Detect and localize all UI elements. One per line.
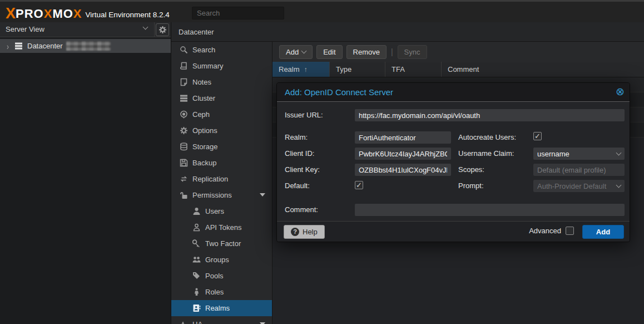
version-subtitle: Virtual Environment 8.2.4 [86, 11, 170, 19]
gear-icon [158, 26, 167, 34]
add-button[interactable]: Add [279, 45, 313, 59]
sync-button-label: Sync [404, 48, 420, 56]
global-search-input[interactable] [192, 7, 284, 19]
advanced-toggle: Advanced [529, 227, 574, 235]
column-header-type[interactable]: Type [330, 62, 385, 77]
sidebar-item-pools[interactable]: Pools [171, 268, 272, 284]
issuer-url-input[interactable] [355, 109, 625, 121]
add-openid-dialog: Add: OpenID Connect Server ⊗ Issuer URL:… [276, 82, 630, 242]
realms-toolbar: Add Edit Remove | Sync [273, 42, 644, 62]
autocreate-users-label: Autocreate Users: [458, 133, 516, 141]
sidebar-item-ha[interactable]: HA [171, 316, 272, 324]
view-selector-label: Server View [6, 25, 44, 33]
comment-label: Comment: [285, 205, 318, 214]
sidebar-item-storage[interactable]: Storage [171, 139, 272, 155]
sidebar-item-two-factor[interactable]: Two Factor [171, 235, 272, 252]
replication-icon [179, 175, 188, 183]
sidebar-item-backup[interactable]: Backup [171, 155, 272, 171]
advanced-label: Advanced [529, 227, 561, 235]
tags-icon [192, 272, 201, 280]
view-selector-dropdown[interactable]: Server View [0, 22, 155, 37]
sidebar-item-label: HA [192, 320, 202, 324]
sidebar-item-users[interactable]: Users [171, 203, 272, 219]
username-claim-label: Username Claim: [458, 149, 514, 158]
tree-settings-button[interactable] [156, 23, 169, 36]
column-header-realm[interactable]: Realm↑ [273, 62, 330, 77]
scopes-input[interactable] [533, 164, 625, 176]
comment-input[interactable] [355, 204, 625, 216]
top-bar: X PROXMOX Virtual Environment 8.2.4 [0, 0, 644, 22]
default-checkbox[interactable]: ✓ [355, 181, 363, 189]
note-icon [179, 78, 188, 86]
client-id-label: Client ID: [285, 149, 314, 158]
column-header-tfa[interactable]: TFA [385, 62, 442, 77]
client-id-input[interactable] [355, 148, 451, 160]
realm-label: Realm: [285, 133, 308, 141]
gear-icon [179, 126, 188, 135]
username-claim-value: username [537, 150, 617, 158]
search-icon [179, 46, 188, 54]
sidebar-item-permissions[interactable]: Permissions [171, 187, 272, 203]
ceph-icon [179, 110, 188, 119]
sidebar-item-notes[interactable]: Notes [171, 74, 272, 90]
chevron-down-icon [616, 150, 622, 155]
remove-button[interactable]: Remove [346, 45, 387, 59]
sort-asc-icon: ↑ [304, 66, 308, 73]
edit-button-label: Edit [323, 48, 335, 56]
add-button-label: Add [286, 48, 299, 56]
client-key-input[interactable] [355, 164, 451, 176]
sidebar-item-summary[interactable]: Summary [171, 58, 272, 74]
autocreate-users-checkbox[interactable]: ✓ [533, 132, 542, 140]
sidebar-item-label: Backup [192, 159, 216, 167]
redacted-text [66, 41, 111, 51]
advanced-checkbox[interactable] [566, 227, 574, 235]
realms-table-header: Realm↑TypeTFAComment [273, 62, 644, 77]
sidebar-item-label: Two Factor [205, 239, 241, 248]
group-icon [192, 256, 201, 264]
tree-item-datacenter[interactable]: › Datacenter [0, 39, 171, 53]
remove-button-label: Remove [353, 48, 380, 56]
sidebar-item-label: Pools [205, 272, 224, 280]
sidebar-item-label: Roles [205, 288, 224, 296]
book-icon [179, 62, 188, 70]
resource-tree-panel: Server View › Datacenter [0, 22, 171, 324]
sidebar-item-realms[interactable]: Realms [171, 300, 272, 316]
sidebar-item-label: API Tokens [205, 223, 242, 232]
expand-caret-icon[interactable]: › [7, 41, 9, 52]
sidebar-item-ceph[interactable]: Ceph [171, 106, 272, 122]
sidebar-item-groups[interactable]: Groups [171, 252, 272, 268]
username-claim-select[interactable]: username [533, 148, 625, 160]
sidebar-item-search[interactable]: Search [171, 42, 272, 58]
question-icon: ? [291, 228, 299, 236]
floppy-icon [179, 159, 188, 167]
edit-button[interactable]: Edit [316, 45, 342, 59]
prompt-value: Auth-Provider Default [537, 182, 617, 190]
prompt-select[interactable]: Auth-Provider Default [533, 180, 625, 192]
sidebar-item-roles[interactable]: Roles [171, 284, 272, 300]
add-submit-button[interactable]: Add [582, 225, 624, 239]
sidebar-item-label: Cluster [192, 94, 215, 102]
sidebar-item-label: Groups [205, 256, 229, 264]
column-header-comment[interactable]: Comment [442, 62, 644, 77]
datacenter-nav-menu: SearchSummaryNotesClusterCephOptionsStor… [171, 42, 273, 324]
sidebar-item-replication[interactable]: Replication [171, 171, 272, 187]
sidebar-item-cluster[interactable]: Cluster [171, 90, 272, 106]
help-button[interactable]: ? Help [284, 225, 325, 239]
heartbeat-icon [179, 320, 188, 324]
column-header-label: TFA [392, 65, 405, 73]
realm-input[interactable] [355, 131, 451, 144]
sidebar-item-label: Permissions [192, 191, 232, 199]
client-key-label: Client Key: [285, 165, 320, 174]
dialog-header[interactable]: Add: OpenID Connect Server ⊗ [277, 83, 630, 102]
sidebar-item-options[interactable]: Options [171, 122, 272, 139]
column-header-label: Comment [448, 65, 479, 73]
dialog-footer: ? Help Advanced Add [277, 221, 630, 242]
caret-down-icon[interactable] [260, 193, 265, 197]
sidebar-item-label: Notes [192, 78, 211, 86]
close-icon[interactable]: ⊗ [616, 86, 625, 98]
column-header-label: Realm [279, 65, 300, 73]
sidebar-item-api-tokens[interactable]: API Tokens [171, 219, 272, 235]
sync-button[interactable]: Sync [398, 45, 427, 59]
view-selector-bar: Server View [0, 22, 171, 37]
chevron-down-icon [301, 48, 307, 53]
